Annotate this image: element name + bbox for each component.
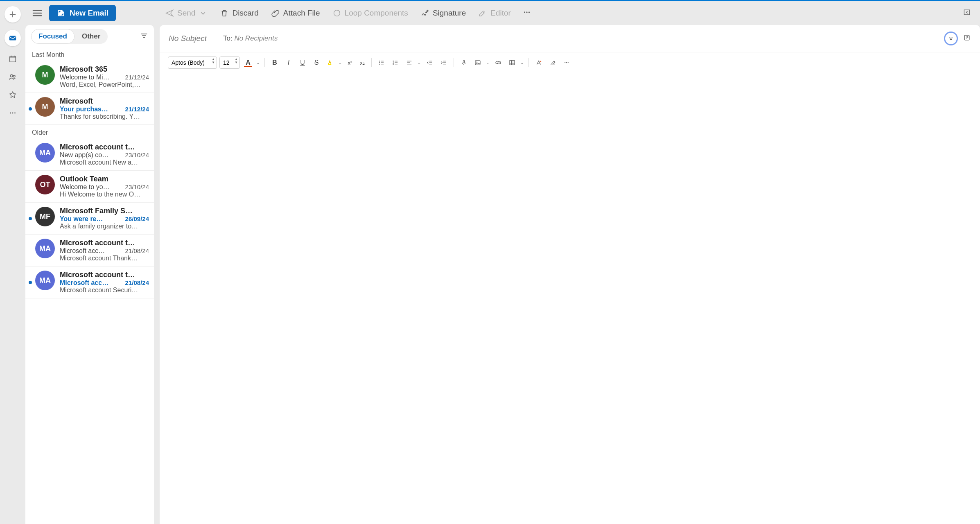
- email-item[interactable]: MA Microsoft account t… Microsoft acc… 2…: [25, 267, 154, 298]
- dictate-button[interactable]: [458, 57, 470, 68]
- outdent-button[interactable]: [424, 57, 436, 68]
- svg-point-8: [12, 113, 14, 114]
- svg-point-19: [379, 64, 380, 65]
- email-item[interactable]: MF Microsoft Family S… You were re… 26/0…: [25, 203, 154, 235]
- email-preview: Word, Excel, PowerPoint,…: [60, 81, 149, 88]
- bold-button[interactable]: B: [269, 57, 280, 68]
- email-item[interactable]: M Microsoft 365 Welcome to Mi… 21/12/24 …: [25, 61, 154, 93]
- align-button[interactable]: [404, 57, 415, 68]
- insert-link-button[interactable]: [492, 57, 504, 68]
- loop-components-button[interactable]: Loop Components: [328, 6, 412, 20]
- discard-button[interactable]: Discard: [216, 6, 262, 20]
- highlight-dropdown[interactable]: ⌄: [338, 61, 343, 65]
- highlight-button[interactable]: [325, 57, 336, 68]
- tab-other[interactable]: Other: [75, 29, 108, 44]
- mail-nav-button[interactable]: [5, 30, 21, 46]
- font-family-value: Aptos (Body): [172, 59, 205, 66]
- more-nav-button[interactable]: [7, 108, 18, 118]
- svg-point-5: [10, 75, 13, 77]
- calendar-icon: [8, 54, 17, 63]
- avatar: OT: [35, 175, 55, 194]
- email-item[interactable]: MA Microsoft account t… New app(s) co… 2…: [25, 139, 154, 171]
- clear-formatting-button[interactable]: [547, 57, 558, 68]
- favorites-nav-button[interactable]: [7, 90, 18, 100]
- outdent-icon: [426, 59, 434, 66]
- font-size-select[interactable]: 12 ▲▼: [219, 56, 240, 69]
- image-dropdown[interactable]: ⌄: [485, 61, 490, 65]
- font-color-button[interactable]: A: [242, 57, 254, 68]
- font-color-dropdown[interactable]: ⌄: [255, 61, 260, 65]
- table-icon: [508, 59, 516, 66]
- align-dropdown[interactable]: ⌄: [417, 61, 422, 65]
- indent-button[interactable]: [438, 57, 449, 68]
- superscript-icon: x²: [348, 60, 352, 66]
- avatar: MA: [35, 143, 55, 163]
- signature-button[interactable]: Signature: [416, 6, 470, 20]
- hamburger-button[interactable]: [31, 7, 43, 19]
- insert-image-button[interactable]: [472, 57, 483, 68]
- new-email-button[interactable]: New Email: [49, 5, 116, 21]
- strikethrough-button[interactable]: S: [311, 57, 322, 68]
- ribbon-more-button[interactable]: [519, 6, 535, 20]
- tab-focused[interactable]: Focused: [31, 29, 75, 44]
- email-subject: Microsoft acc…: [60, 247, 122, 255]
- hamburger-icon: [31, 7, 43, 19]
- eraser-icon: [549, 59, 556, 66]
- insert-table-button[interactable]: [506, 57, 518, 68]
- editor-button[interactable]: Editor: [474, 6, 515, 20]
- underline-button[interactable]: U: [297, 57, 308, 68]
- email-subject: New app(s) co…: [60, 151, 122, 159]
- send-button[interactable]: Send: [161, 6, 212, 20]
- email-sender: Microsoft Family S…: [60, 207, 149, 215]
- avatar: MA: [35, 239, 55, 258]
- editor-icon: [478, 9, 487, 18]
- font-family-select[interactable]: Aptos (Body) ▲▼: [168, 56, 217, 69]
- to-field[interactable]: To: No Recipients: [223, 34, 278, 43]
- email-preview: Microsoft account New a…: [60, 159, 149, 166]
- ribbon-collapse-button[interactable]: [960, 7, 974, 20]
- svg-point-29: [568, 62, 569, 63]
- email-date: 21/08/24: [125, 247, 149, 255]
- collapse-icon: [963, 8, 971, 16]
- svg-rect-1: [10, 56, 16, 62]
- expand-header-button[interactable]: [944, 32, 958, 45]
- chevron-double-down-icon: [948, 35, 954, 42]
- email-subject: Welcome to Mi…: [60, 74, 122, 81]
- italic-button[interactable]: I: [283, 57, 294, 68]
- calendar-nav-button[interactable]: [7, 54, 18, 64]
- svg-point-17: [379, 61, 380, 61]
- email-date: 21/08/24: [125, 279, 149, 287]
- svg-point-7: [10, 113, 11, 114]
- editor-label: Editor: [490, 9, 511, 18]
- email-item[interactable]: MA Microsoft account t… Microsoft acc… 2…: [25, 235, 154, 267]
- bullet-list-icon: [378, 59, 385, 66]
- numbered-list-button[interactable]: 123: [390, 57, 401, 68]
- email-item[interactable]: M Microsoft Your purchas… 21/12/24 Thank…: [25, 93, 154, 125]
- filter-button[interactable]: [140, 32, 148, 41]
- superscript-button[interactable]: x²: [345, 57, 355, 68]
- svg-rect-23: [463, 60, 465, 63]
- compose-body[interactable]: [160, 73, 980, 524]
- mail-icon: [8, 34, 17, 43]
- message-list-pane: Focused Other Last Month M Microsoft 365…: [25, 25, 154, 524]
- attach-file-button[interactable]: Attach File: [267, 6, 324, 20]
- svg-text:3: 3: [393, 63, 394, 65]
- send-label: Send: [177, 9, 195, 18]
- subscript-button[interactable]: x₂: [357, 57, 367, 68]
- subject-field[interactable]: No Subject: [169, 34, 207, 43]
- loop-label: Loop Components: [345, 9, 408, 18]
- bullet-list-button[interactable]: [376, 57, 387, 68]
- svg-rect-0: [9, 36, 16, 41]
- unread-indicator: [29, 281, 32, 284]
- email-item[interactable]: OT Outlook Team Welcome to yo… 23/10/24 …: [25, 171, 154, 203]
- unread-indicator: [29, 107, 32, 111]
- microphone-icon: [460, 59, 467, 66]
- people-nav-button[interactable]: [7, 72, 18, 82]
- underline-icon: U: [300, 59, 305, 66]
- styles-button[interactable]: [533, 57, 544, 68]
- format-more-button[interactable]: [561, 57, 572, 68]
- table-dropdown[interactable]: ⌄: [519, 61, 524, 65]
- popout-button[interactable]: [963, 34, 971, 43]
- new-item-button[interactable]: [5, 6, 21, 23]
- indent-icon: [440, 59, 447, 66]
